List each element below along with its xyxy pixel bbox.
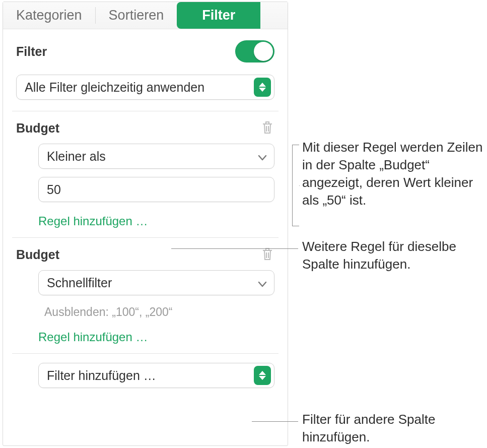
tab-filter[interactable]: Filter (177, 2, 260, 29)
chevron-down-icon (258, 149, 267, 164)
trash-icon[interactable] (261, 247, 274, 262)
filter-panel: Kategorien Sortieren Filter Filter Alle … (3, 2, 288, 446)
callout-text: Weitere Regel für dieselbe Spalte hinzuf… (302, 238, 487, 273)
filter-toggle[interactable] (235, 40, 274, 62)
filter-group-title: Budget (16, 247, 59, 262)
quickfilter-label: Schnellfilter (47, 276, 258, 290)
apply-mode-label: Alle Filter gleichzeitig anwenden (25, 80, 254, 95)
value-text: 50 (47, 182, 61, 197)
operator-select[interactable]: Kleiner als (38, 144, 274, 169)
filter-group-title: Budget (16, 121, 59, 136)
svg-marker-3 (259, 376, 266, 380)
add-filter-select[interactable]: Filter hinzufügen … (38, 363, 274, 388)
tab-categories[interactable]: Kategorien (3, 2, 95, 29)
add-rule-link[interactable]: Regel hinzufügen … (38, 326, 274, 353)
chevron-down-icon (258, 276, 267, 290)
callout-text: Filter für andere Spalte hinzufügen. (302, 411, 487, 446)
updown-icon (254, 78, 271, 97)
svg-marker-0 (259, 83, 266, 87)
callout-bracket (292, 145, 299, 226)
apply-mode-select[interactable]: Alle Filter gleichzeitig anwenden (16, 75, 274, 100)
value-input[interactable]: 50 (38, 177, 274, 202)
operator-label: Kleiner als (47, 149, 258, 164)
toggle-knob (254, 42, 273, 61)
tab-sort[interactable]: Sortieren (96, 2, 177, 29)
callout-leader (299, 185, 300, 186)
add-rule-link[interactable]: Regel hinzufügen … (38, 210, 274, 237)
hide-description: Ausblenden: „100“, „200“ (38, 303, 274, 326)
quickfilter-select[interactable]: Schnellfilter (38, 270, 274, 295)
callout-leader (171, 248, 298, 249)
svg-marker-1 (259, 88, 266, 92)
filter-heading: Filter (16, 44, 47, 59)
updown-icon (254, 366, 271, 385)
add-filter-label: Filter hinzufügen … (47, 368, 254, 383)
callout-leader (252, 421, 298, 422)
trash-icon[interactable] (261, 120, 274, 136)
tab-bar: Kategorien Sortieren Filter (3, 2, 288, 29)
callout-text: Mit dieser Regel werden Zeilen in der Sp… (302, 139, 487, 209)
svg-marker-2 (259, 371, 266, 375)
